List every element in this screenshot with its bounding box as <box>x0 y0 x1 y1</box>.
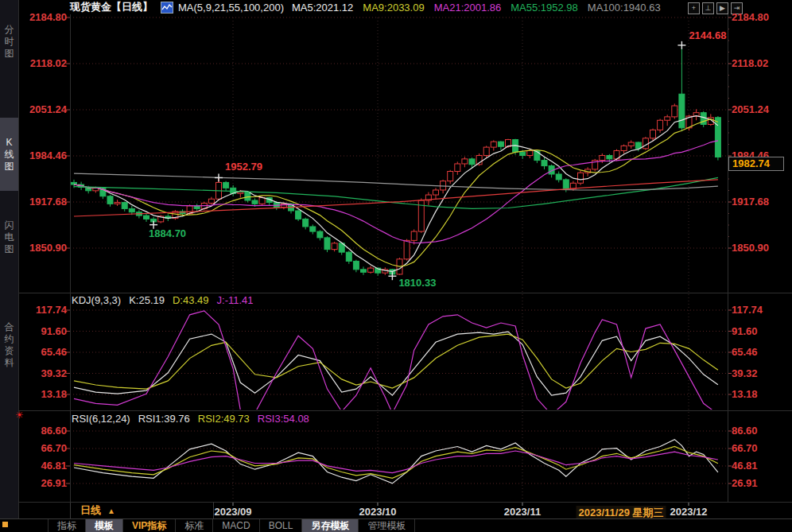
price-label: 65.46 <box>16 346 67 358</box>
chart-header: 现货黄金【日线】 MA(5,9,21,55,100,200) MA5:2021.… <box>70 0 670 14</box>
indicator-value-label: RSI3:54.08 <box>258 413 309 425</box>
indicator-value-label: D:43.49 <box>173 294 209 306</box>
toolbar-tab-4[interactable]: 标准 <box>176 519 213 532</box>
price-label: 2051.24 <box>732 103 787 115</box>
price-label: 91.60 <box>732 325 787 337</box>
toolbar-tab-6[interactable]: BOLL <box>260 519 303 532</box>
corner-indicator <box>2 522 8 527</box>
price-label: 2051.24 <box>16 103 67 115</box>
axis-gridline <box>70 14 71 502</box>
price-label: 65.46 <box>732 346 787 358</box>
current-price-tag: 1982.74 <box>728 157 784 171</box>
price-annotation: 1884.70 <box>149 227 186 239</box>
price-label: 86.60 <box>732 425 787 437</box>
price-label: 39.32 <box>16 367 67 379</box>
panel-divider[interactable] <box>18 410 792 411</box>
toolbar-tab-2[interactable]: 模板 <box>86 519 123 532</box>
date-label: 2023/09 <box>215 506 252 518</box>
ma-value-label: MA5:2021.12 <box>292 2 353 14</box>
price-label: 2184.80 <box>732 11 787 23</box>
price-label: 66.70 <box>16 442 67 454</box>
sidebar: 分时图K线图闪电图合约资料 <box>0 0 19 518</box>
price-label: 1984.46 <box>16 150 67 161</box>
price-label: 1850.90 <box>732 242 787 254</box>
sidebar-tab-3[interactable]: 闪电图 <box>0 200 18 274</box>
ma-settings-label: MA(5,9,21,55,100,200) <box>178 2 284 14</box>
date-label: 2023/11 <box>504 506 541 518</box>
kdj-header: KDJ(9,3,3)K:25.19D:43.49J:-11.41 <box>72 294 262 306</box>
period-arrow-icon: ▲ <box>107 507 115 515</box>
indicator-settings-icon[interactable]: ☀ <box>15 410 24 421</box>
chart-canvas[interactable]: 2144.681952.791884.701810.33 <box>0 0 792 532</box>
price-label: 46.81 <box>16 460 67 472</box>
price-label: 2184.80 <box>16 11 67 23</box>
axis-scale-icon[interactable]: ⊥ <box>702 2 714 14</box>
ma-value-label: MA9:2033.09 <box>363 2 424 14</box>
price-label: 13.18 <box>732 388 787 400</box>
indicator-value-label: RSI(6,12,24) <box>72 413 130 425</box>
price-label: 1917.68 <box>16 196 67 208</box>
indicator-value-label: K:25.19 <box>129 294 165 306</box>
price-label: 1850.90 <box>16 242 67 254</box>
toolbar-tab-7[interactable]: 另存模板 <box>302 519 359 532</box>
price-label: 86.60 <box>16 425 67 437</box>
period-label: 日线 <box>80 503 101 518</box>
price-label: 2118.02 <box>16 57 67 69</box>
price-label: 39.32 <box>732 367 787 379</box>
trading-app: 2144.681952.791884.701810.33 分时图K线图闪电图合约… <box>0 0 792 532</box>
ma-value-label: MA55:1952.98 <box>511 2 578 14</box>
price-label: 1917.68 <box>732 196 787 208</box>
bottom-toolbar: 指标模板VIP指标标准MACDBOLL另存模板管理模板 <box>0 518 792 532</box>
ma-legend: MA5:2021.12MA9:2033.09MA21:2001.86MA55:1… <box>292 2 670 14</box>
rsi-header: RSI(6,12,24)RSI1:39.76RSI2:49.73RSI3:54.… <box>72 413 317 425</box>
crosshair-icon[interactable]: + <box>688 2 700 14</box>
price-label: 91.60 <box>16 325 67 337</box>
toolbar-tab-8[interactable]: 管理模板 <box>359 519 415 532</box>
line-chart-icon <box>161 2 173 14</box>
axis-gridline <box>728 14 728 502</box>
instrument-title: 现货黄金【日线】 <box>70 0 153 14</box>
date-label: 2023/12 <box>670 506 708 518</box>
toolbar-tab-5[interactable]: MACD <box>213 519 259 532</box>
toolbar-tab-1[interactable]: 指标 <box>48 519 86 532</box>
playback-icon[interactable]: ▶ <box>716 2 728 14</box>
price-label: 46.81 <box>732 460 787 472</box>
indicator-value-label: J:-11.41 <box>217 294 254 306</box>
indicator-value-label: RSI2:49.73 <box>198 413 250 425</box>
period-selector[interactable]: 日线 ▲ <box>70 503 214 518</box>
panel-divider[interactable] <box>18 293 792 293</box>
ma-value-label: MA21:2001.86 <box>434 2 502 14</box>
price-label: 26.91 <box>16 477 67 489</box>
toolbar-tab-3[interactable]: VIP指标 <box>123 519 176 532</box>
price-label: 13.18 <box>16 388 67 400</box>
price-label: 117.74 <box>16 304 67 316</box>
price-annotation: 2144.68 <box>689 29 726 41</box>
price-annotation: 1810.33 <box>398 277 436 289</box>
date-label: 2023/10 <box>359 506 397 518</box>
price-label: 117.74 <box>732 304 787 316</box>
indicator-value-label: KDJ(9,3,3) <box>72 294 121 306</box>
indicator-value-label: RSI1:39.76 <box>138 413 190 425</box>
price-annotation: 1952.79 <box>225 161 262 173</box>
price-label: 2118.02 <box>732 57 787 69</box>
price-label: 66.70 <box>732 442 787 454</box>
price-label: 26.91 <box>732 477 787 489</box>
ma-value-label: MA100:1940.63 <box>588 2 661 14</box>
